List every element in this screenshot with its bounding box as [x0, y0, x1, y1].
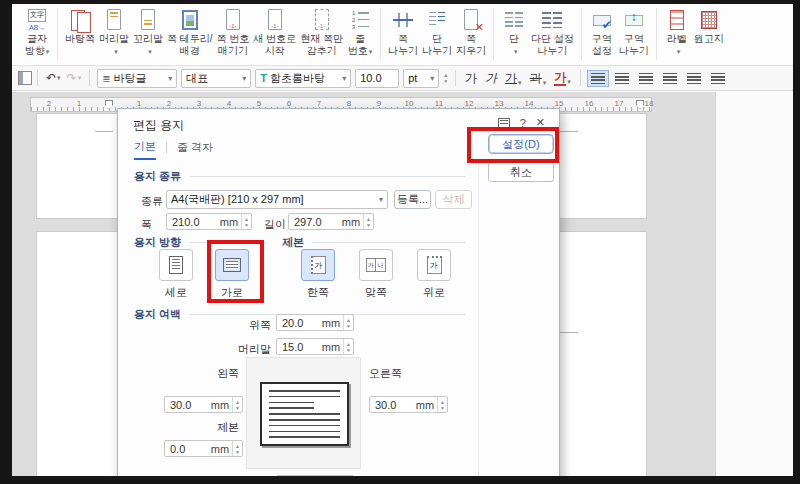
binding-margin-spinner[interactable]: 0.0mm▲▼ — [164, 440, 243, 457]
spin-down-icon[interactable]: ▼ — [440, 405, 445, 411]
length-spinner[interactable]: 297.0mm▲▼ — [288, 213, 374, 230]
paper-kind-dropdown[interactable]: A4(국배판) [210 x 297 mm]▾ — [166, 190, 388, 209]
preset-dropdown[interactable]: 대표▾ — [181, 69, 251, 88]
right-margin-spinner[interactable]: 30.0mm▲▼ — [369, 396, 448, 413]
bold-button[interactable]: 가 — [461, 70, 481, 87]
ribbon-master-page-button[interactable]: 바탕쪽 — [63, 4, 97, 59]
spin-down-icon[interactable]: ▼ — [235, 449, 240, 455]
style-dropdown[interactable]: ≣바탕글▾ — [97, 69, 177, 88]
underline-button[interactable]: 가▾ — [501, 70, 526, 87]
ribbon-page-break-button[interactable]: 쪽나누기 — [386, 4, 420, 59]
binding-one-side-button[interactable]: 가한쪽 — [300, 249, 336, 300]
divider — [656, 8, 657, 60]
binding-page-icon: 가나 — [366, 258, 386, 272]
strikethrough-button[interactable]: 과▾ — [526, 70, 551, 87]
tab-basic[interactable]: 기본 — [134, 139, 156, 160]
spin-stepper[interactable]: ▲▼ — [241, 214, 251, 229]
ribbon-section-break-button[interactable]: 구역나누기 — [617, 4, 651, 59]
section-binding: 제본 — [282, 235, 465, 250]
footer-icon — [136, 8, 160, 32]
font-size-input[interactable]: 10.0 — [355, 69, 399, 88]
ribbon-header-button[interactable]: 머리말 ▾ — [97, 4, 131, 60]
spin-unit: mm — [322, 317, 340, 329]
spin-stepper[interactable]: ▲▼ — [343, 339, 353, 354]
ribbon-columns-button[interactable]: 단 ▾ — [499, 4, 529, 60]
chevron-down-icon: ▾ — [677, 48, 681, 55]
ribbon-page-erase-button[interactable]: 쪽지우기 — [454, 4, 488, 59]
align-distribute-button[interactable] — [683, 70, 705, 87]
left-margin-marker[interactable] — [105, 100, 113, 109]
margin-mark — [560, 332, 578, 333]
binding-top-button[interactable]: 가위로 — [416, 249, 452, 300]
ribbon-label: ▾ — [673, 45, 680, 58]
ribbon-footer-button[interactable]: 꼬리말 ▾ — [131, 4, 165, 60]
ribbon-section-setup-button[interactable]: 구역설정 — [587, 4, 617, 59]
ribbon-new-number-button[interactable]: 새 번호로시작 — [251, 4, 298, 59]
ribbon-label-button[interactable]: 라벨 ▾ — [662, 4, 692, 60]
tab-line-grid[interactable]: 줄 격자 — [177, 140, 213, 159]
top-margin-spinner[interactable]: 20.0mm▲▼ — [276, 314, 354, 331]
spin-value: 30.0 — [170, 399, 211, 411]
spin-stepper[interactable]: ▲▼ — [437, 397, 447, 412]
close-icon[interactable]: ✕ — [536, 116, 545, 129]
settings-button[interactable]: 설정(D) — [488, 134, 554, 154]
spin-stepper[interactable]: ▲▼ — [232, 441, 242, 456]
font-size-stepper[interactable]: ▲▼ — [443, 72, 448, 84]
ribbon-hide-page-button[interactable]: 현재 쪽만감추기 — [298, 4, 345, 59]
width-spinner[interactable]: 210.0mm▲▼ — [166, 213, 252, 230]
app-window: 글자방향▾바탕쪽 머리말 ▾꼬리말 ▾쪽 테두리/배경쪽 번호매기기새 번호로시… — [12, 4, 793, 476]
section-break-icon — [622, 8, 646, 32]
ribbon-page-border-button[interactable]: 쪽 테두리/배경 — [165, 4, 215, 59]
ruler-number: 1 — [71, 99, 87, 108]
chevron-down-icon: ▾ — [369, 48, 373, 55]
align-left-button[interactable] — [611, 70, 633, 87]
header-margin-spinner[interactable]: 15.0mm▲▼ — [276, 338, 354, 355]
align-justify-button[interactable] — [587, 70, 609, 87]
spin-down-icon[interactable]: ▼ — [346, 347, 351, 353]
ruler-number: 8 — [341, 99, 357, 108]
font-color-button[interactable]: 가▾ — [550, 71, 575, 86]
spin-down-icon[interactable]: ▼ — [346, 323, 351, 329]
spin-down-icon[interactable]: ▼ — [443, 78, 448, 84]
align-right-icon — [663, 73, 677, 84]
ribbon-page-numbering-button[interactable]: 쪽 번호매기기 — [215, 4, 252, 59]
register-button[interactable]: 등록... — [394, 190, 431, 209]
binding-facing-button[interactable]: 가나맞쪽 — [358, 249, 394, 300]
ribbon-text-direction-button[interactable]: 글자방향▾ — [22, 4, 52, 60]
align-left-icon — [615, 73, 629, 84]
ribbon-line-number-button[interactable]: 줄번호▾ — [345, 4, 375, 60]
spin-stepper[interactable]: ▲▼ — [343, 315, 353, 330]
spin-stepper[interactable]: ▲▼ — [363, 214, 373, 229]
right-margin-label: 오른쪽 — [369, 366, 402, 381]
orientation-portrait-button[interactable]: 세로 — [156, 249, 196, 300]
italic-button[interactable]: 가 — [481, 70, 501, 87]
ribbon-manuscript-button[interactable]: 원고지 — [692, 4, 726, 59]
document-properties-icon[interactable] — [18, 71, 32, 85]
footer-margin-spinner[interactable] — [276, 475, 354, 476]
unit-dropdown[interactable]: pt▾ — [403, 69, 439, 88]
spin-value: 20.0 — [282, 317, 322, 329]
left-margin-spinner[interactable]: 30.0mm▲▼ — [164, 396, 243, 413]
dialog-list-icon[interactable] — [498, 118, 510, 128]
spin-down-icon[interactable]: ▼ — [366, 222, 371, 228]
align-divide-button[interactable] — [707, 70, 729, 87]
spin-down-icon[interactable]: ▼ — [235, 405, 240, 411]
redo-button[interactable]: ↷▾ — [64, 71, 85, 85]
orientation-label: 세로 — [165, 285, 187, 300]
chevron-down-icon: ▾ — [375, 195, 383, 204]
font-dropdown[interactable]: T함초롬바탕▾ — [255, 69, 351, 88]
divider — [581, 8, 582, 60]
undo-button[interactable]: ↶▾ — [43, 71, 64, 85]
spin-stepper[interactable]: ▲▼ — [232, 397, 242, 412]
align-center-button[interactable] — [635, 70, 657, 87]
ribbon-label: 글자 — [27, 33, 47, 45]
ribbon-multi-column-button[interactable]: 다단 설정나누기 — [529, 4, 576, 59]
spin-down-icon[interactable]: ▼ — [244, 222, 249, 228]
ribbon-column-break-button[interactable]: 단나누기 — [420, 4, 454, 59]
orientation-landscape-button[interactable]: 가로 — [212, 249, 252, 300]
cancel-button[interactable]: 취소 — [488, 162, 554, 182]
paper-kind-value: A4(국배판) [210 x 297 mm] — [171, 192, 304, 207]
align-right-button[interactable] — [659, 70, 681, 87]
help-icon[interactable]: ? — [520, 117, 526, 129]
ribbon-label: 쪽 번호 — [217, 33, 250, 45]
